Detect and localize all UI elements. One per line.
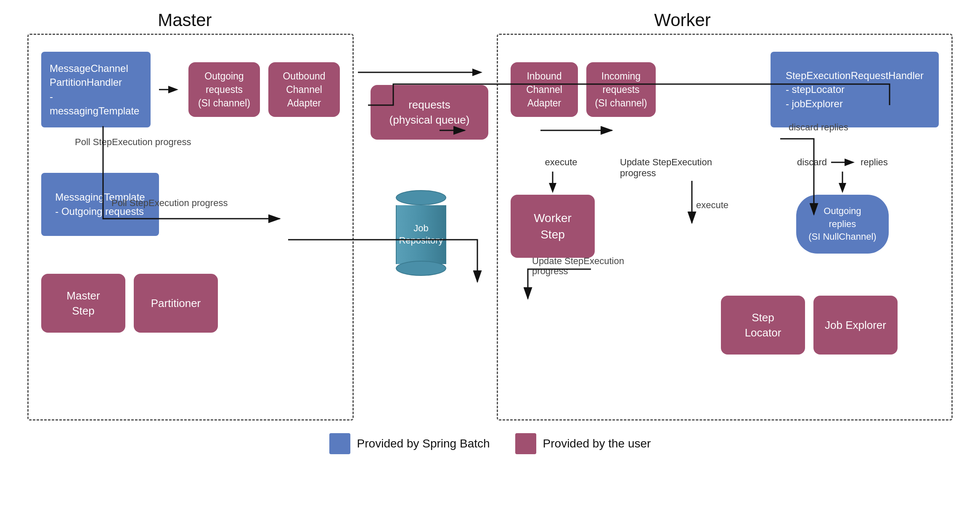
legend-blue-box (329, 433, 350, 454)
job-repo-area: Job Repository (354, 190, 488, 276)
worker-top-row: Inbound Channel Adapter Incoming request… (511, 52, 939, 127)
poll-label-area: Poll StepExecution progress (41, 140, 340, 148)
job-repository-cylinder: Job Repository (396, 190, 446, 276)
legend-mauve-box (515, 433, 536, 454)
job-repository-label: Job Repository (399, 222, 443, 246)
outgoing-requests-box: Outgoing requests (SI channel) (188, 62, 260, 117)
outgoing-requests-label: Outgoing requests (SI channel) (198, 69, 250, 110)
requests-label: requests (physical queue) (389, 97, 470, 128)
messaging-template-label: MessagingTemplate - Outgoing requests (55, 190, 145, 218)
legend-spring-batch: Provided by Spring Batch (329, 433, 490, 454)
master-mid-row: MessagingTemplate - Outgoing requests (41, 173, 340, 236)
step-execution-handler-box: StepExecutionRequestHandler - stepLocato… (771, 52, 939, 127)
incoming-requests-label: Incoming requests (SI channel) (595, 69, 647, 110)
worker-title-area: Worker (412, 10, 953, 30)
master-bottom-row: Master Step Partitioner (41, 274, 340, 333)
step-locator-box: Step Locator (721, 296, 805, 355)
outbound-channel-adapter-box: Outbound Channel Adapter (268, 62, 340, 117)
incoming-requests-box: Incoming requests (SI channel) (586, 62, 656, 117)
master-top-row: MessageChannel PartitionHandler - messag… (41, 52, 340, 127)
master-inner: MessageChannel PartitionHandler - messag… (41, 52, 340, 333)
worker-bottom-row: Step Locator Job Explorer (721, 296, 939, 355)
messaging-template-box: MessagingTemplate - Outgoing requests (41, 173, 159, 236)
legend-user: Provided by the user (515, 433, 651, 454)
legend-user-label: Provided by the user (543, 437, 651, 450)
master-title: Master (158, 10, 212, 30)
worker-title: Worker (654, 10, 711, 30)
job-explorer-label: Job Explorer (825, 318, 886, 333)
top-arrow-area (354, 64, 488, 81)
worker-inner: Inbound Channel Adapter Incoming request… (511, 52, 939, 355)
worker-step-label: Worker Step (534, 210, 572, 243)
cylinder-body: Job Repository (396, 205, 446, 264)
message-channel-label: MessageChannel PartitionHandler - messag… (50, 61, 142, 118)
master-box: MessageChannel PartitionHandler - messag… (27, 34, 354, 421)
legend-spring-batch-label: Provided by Spring Batch (357, 437, 490, 450)
execute-area: execute Worker Step (511, 157, 595, 258)
step-locator-label: Step Locator (745, 310, 781, 341)
discard-label-row: discard replies (797, 157, 888, 168)
partitioner-box: Partitioner (134, 274, 218, 333)
worker-box: Inbound Channel Adapter Incoming request… (497, 34, 953, 421)
inbound-channel-adapter-box: Inbound Channel Adapter (511, 62, 578, 117)
outgoing-replies-box: Outgoing replies (SI NullChannel) (796, 195, 889, 254)
arrow-msg-to-outgoing (159, 83, 180, 96)
replies-label: replies (861, 157, 888, 168)
update-area: Update StepExecution progress (620, 157, 712, 212)
master-title-area: Master (27, 10, 342, 30)
discard-area: discard replies (796, 157, 889, 254)
discard-label: discard (797, 157, 827, 168)
arrow-discard-down (831, 158, 856, 167)
master-step-label: Master Step (66, 288, 100, 319)
cylinder-bottom (396, 261, 446, 276)
master-step-box: Master Step (41, 274, 125, 333)
outgoing-replies-label: Outgoing replies (SI NullChannel) (808, 205, 876, 243)
inbound-channel-adapter-label: Inbound Channel Adapter (526, 69, 562, 110)
outbound-channel-adapter-label: Outbound Channel Adapter (283, 69, 325, 110)
diagram-container: Master Worker MessageChannel PartitionHa… (0, 0, 980, 524)
arrow-execute (515, 169, 591, 195)
update-label: Update StepExecution progress (620, 157, 712, 179)
step-execution-handler-label: StepExecutionRequestHandler - stepLocato… (786, 69, 924, 111)
arrow-to-replies (834, 169, 851, 195)
requests-box: requests (physical queue) (371, 85, 488, 140)
poll-label: Poll StepExecution progress (75, 137, 191, 148)
legend: Provided by Spring Batch Provided by the… (329, 433, 651, 454)
worker-step-box: Worker Step (511, 195, 595, 258)
title-row: Master Worker (27, 10, 953, 30)
gap-area: requests (physical queue) Job Repository (354, 30, 488, 421)
job-explorer-box: Job Explorer (813, 296, 898, 355)
execute-label: execute (545, 157, 577, 168)
worker-mid-row: execute Worker Step Update StepExecution… (511, 157, 939, 258)
partitioner-label: Partitioner (151, 296, 201, 311)
cylinder-top (396, 190, 446, 205)
sections-wrapper: MessageChannel PartitionHandler - messag… (27, 30, 953, 421)
title-gap (342, 10, 412, 30)
message-channel-box: MessageChannel PartitionHandler - messag… (41, 52, 151, 127)
arrow-to-requests (354, 64, 488, 81)
